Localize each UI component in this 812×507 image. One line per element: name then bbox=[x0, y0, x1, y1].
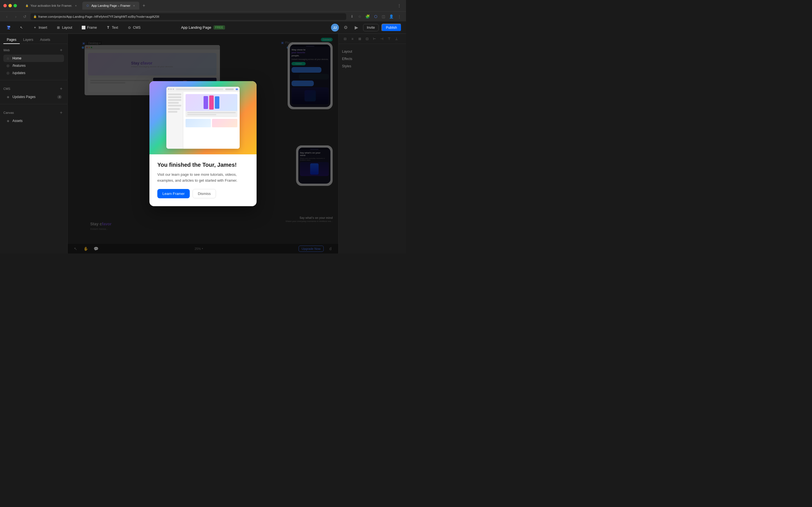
browser-controls: ⋮ bbox=[396, 2, 403, 9]
avatar-button[interactable]: JJ bbox=[331, 24, 339, 32]
effects-section-label[interactable]: Effects bbox=[342, 56, 403, 62]
sidebar-item-updates-pages[interactable]: ◈ Updates Pages 4 bbox=[3, 93, 64, 101]
framer-logo-button[interactable] bbox=[4, 24, 12, 32]
distribute-h-icon[interactable]: ⊤ bbox=[386, 36, 392, 42]
modal: You finished the Tour, James! Visit our … bbox=[149, 81, 257, 207]
features-label: /features bbox=[12, 64, 62, 68]
modal-actions: Learn Framer Dismiss bbox=[157, 189, 249, 198]
divider-2 bbox=[0, 104, 67, 104]
text-tool[interactable]: T Text bbox=[104, 24, 120, 31]
layout-tool[interactable]: ⊞ Layout bbox=[54, 24, 74, 31]
traffic-light-green[interactable] bbox=[13, 4, 17, 7]
layout-icon: ⊞ bbox=[56, 25, 61, 30]
web-section-header: Web + bbox=[3, 47, 64, 53]
mhs-body bbox=[166, 92, 240, 149]
sidebar-item-assets[interactable]: ◈ Assets bbox=[3, 117, 64, 124]
app-header-right: JJ ⚙ ▶ Invite Publish bbox=[331, 24, 402, 32]
insert-label: Insert bbox=[39, 25, 47, 30]
back-button[interactable]: ‹ bbox=[3, 13, 10, 20]
project-name: App Landing Page bbox=[181, 25, 211, 30]
browser-settings-icon[interactable]: ⋮ bbox=[396, 2, 403, 9]
sidebar-toggle-icon[interactable]: ◫ bbox=[380, 13, 387, 20]
canvas-area[interactable]: ▣ Desktop ▾ ▣ Phone bbox=[68, 34, 338, 253]
distribute-v-icon[interactable]: ⊥ bbox=[393, 36, 400, 42]
frame-tool[interactable]: ⬜ Frame bbox=[79, 24, 99, 31]
cms-label: CMS bbox=[133, 25, 141, 30]
tab1-close[interactable]: × bbox=[74, 4, 78, 8]
refresh-button[interactable]: ↺ bbox=[21, 13, 28, 20]
cms-section-title: CMS bbox=[3, 87, 10, 91]
publish-button[interactable]: Publish bbox=[382, 24, 402, 32]
forward-button[interactable]: › bbox=[12, 13, 19, 20]
modal-title: You finished the Tour, James! bbox=[157, 161, 249, 168]
mhs-card-phones bbox=[186, 94, 238, 117]
updates-pages-badge: 4 bbox=[57, 95, 62, 99]
assets-icon: ◈ bbox=[6, 119, 10, 123]
canvas-section-header: Canvas + bbox=[3, 110, 64, 115]
modal-hero bbox=[149, 81, 257, 154]
traffic-light-yellow[interactable] bbox=[8, 4, 12, 7]
address-bar[interactable]: 🔒 framer.com/projects/App-Landing-Page--… bbox=[31, 13, 346, 20]
sidebar-section-cms: CMS + ◈ Updates Pages 4 bbox=[0, 82, 67, 102]
styles-section-label[interactable]: Styles bbox=[342, 63, 403, 69]
updates-pages-label: Updates Pages bbox=[12, 95, 55, 99]
updates-label: /updates bbox=[12, 71, 62, 75]
align-right-icon[interactable]: ⊠ bbox=[357, 36, 363, 42]
framer-ext-icon[interactable]: ⬡ bbox=[372, 13, 379, 20]
dismiss-button[interactable]: Dismiss bbox=[193, 189, 216, 198]
traffic-light-red[interactable] bbox=[3, 4, 7, 7]
frame-icon: ⬜ bbox=[81, 25, 86, 30]
tab-assets[interactable]: Assets bbox=[37, 36, 54, 44]
browser-tab-2[interactable]: ⬡ App Landing Page – Framer × bbox=[82, 2, 139, 10]
tab1-label: Your activation link for Framer. bbox=[31, 4, 72, 7]
web-section-title: Web bbox=[3, 48, 10, 52]
home-icon: ⌂ bbox=[6, 56, 10, 61]
sidebar-item-home[interactable]: ⌂ Home bbox=[3, 55, 64, 62]
profile-icon[interactable]: 👤 bbox=[388, 13, 395, 20]
canvas-add-button[interactable]: + bbox=[58, 110, 64, 115]
align-middle-icon[interactable]: ⊢ bbox=[371, 36, 377, 42]
insert-icon: + bbox=[33, 25, 37, 30]
modal-description: Visit our learn page to see more tutoria… bbox=[157, 172, 249, 184]
bookmark-icon[interactable]: ☆ bbox=[356, 13, 363, 20]
layout-label: Layout bbox=[62, 25, 72, 30]
tab-pages[interactable]: Pages bbox=[3, 36, 20, 44]
sidebar-item-features[interactable]: ◎ /features bbox=[3, 62, 64, 69]
more-icon[interactable]: ⋮ bbox=[396, 13, 403, 20]
mhs-main bbox=[183, 92, 240, 149]
right-panel-sections: Layout Effects Styles bbox=[339, 44, 406, 74]
tab2-close[interactable]: × bbox=[132, 4, 136, 8]
updates-pages-icon: ◈ bbox=[6, 95, 10, 99]
sidebar-section-canvas: Canvas + ◈ Assets bbox=[0, 107, 67, 126]
mhs-topbar bbox=[166, 87, 240, 92]
cms-add-button[interactable]: + bbox=[58, 86, 64, 92]
cms-tool[interactable]: ⊙ CMS bbox=[125, 24, 143, 31]
align-top-icon[interactable]: ⊡ bbox=[364, 36, 370, 42]
tab-layers[interactable]: Layers bbox=[20, 36, 37, 44]
web-add-button[interactable]: + bbox=[58, 47, 64, 53]
assets-label: Assets bbox=[12, 119, 62, 123]
insert-tool[interactable]: + Insert bbox=[31, 24, 49, 31]
download-icon[interactable]: ⬇ bbox=[349, 13, 355, 20]
browser-tab-1[interactable]: 🔒 Your activation link for Framer. × bbox=[21, 2, 81, 10]
new-tab-button[interactable]: + bbox=[140, 2, 147, 9]
align-left-icon[interactable]: ⊟ bbox=[342, 36, 348, 42]
tabs-area: 🔒 Your activation link for Framer. × ⬡ A… bbox=[21, 2, 394, 10]
invite-button[interactable]: Invite bbox=[363, 24, 378, 31]
cms-icon: ⊙ bbox=[127, 25, 132, 30]
sidebar-item-updates[interactable]: ◎ /updates bbox=[3, 69, 64, 76]
modal-body: You finished the Tour, James! Visit our … bbox=[149, 154, 257, 207]
url-text: framer.com/projects/App-Landing-Page--hf… bbox=[38, 15, 159, 18]
layout-section-label[interactable]: Layout bbox=[342, 48, 403, 55]
select-tool[interactable]: ↖ bbox=[17, 24, 26, 31]
sidebar-section-web: Web + ⌂ Home ◎ /features ◎ /updates bbox=[0, 44, 67, 78]
modal-overlay[interactable]: You finished the Tour, James! Visit our … bbox=[68, 34, 338, 253]
address-bar-row: ‹ › ↺ 🔒 framer.com/projects/App-Landing-… bbox=[0, 11, 406, 21]
settings-button[interactable]: ⚙ bbox=[342, 24, 350, 32]
align-bottom-icon[interactable]: ⊣ bbox=[378, 36, 385, 42]
extensions-icon[interactable]: 🧩 bbox=[364, 13, 371, 20]
align-center-h-icon[interactable]: ≡ bbox=[349, 36, 356, 42]
play-button[interactable]: ▶ bbox=[352, 24, 360, 32]
learn-framer-button[interactable]: Learn Framer bbox=[157, 189, 190, 198]
frame-label: Frame bbox=[87, 25, 97, 30]
